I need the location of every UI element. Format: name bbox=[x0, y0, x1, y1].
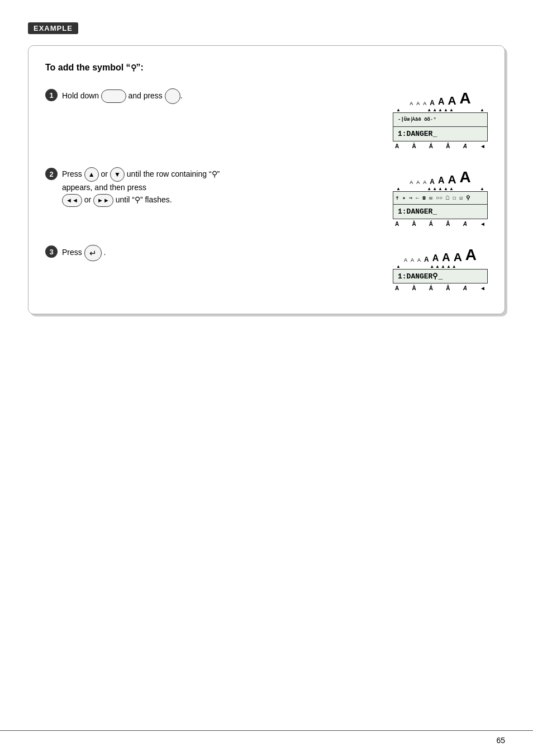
lcd3-text: 1:DANGER⚲_ bbox=[393, 269, 488, 284]
step-2-text-cont: ◄◄ or ►► until “⚲” flashes. bbox=[45, 194, 218, 207]
step2-btn-down[interactable]: ▼ bbox=[110, 167, 125, 182]
step-3-display: A A A A A A AA ▲▲▲▲▲▲ 1:DANGER⚲_ bbox=[393, 245, 488, 291]
step-2: 2 Press ▲ or ▼ until the row containing … bbox=[45, 167, 488, 227]
page-number: 65 bbox=[496, 736, 505, 745]
step3-btn-enter[interactable]: ↵ bbox=[84, 245, 102, 261]
step-3-number: 3 bbox=[45, 245, 58, 258]
step-1-display: A A A A A AA ▲▲▲▲▲▲▲ -|ÜæÀāē ōõ·° 1:DA bbox=[393, 88, 488, 149]
footer-line bbox=[0, 730, 533, 731]
lcd1-screen: -|ÜæÀāē ōõ·° bbox=[393, 112, 488, 127]
lcd2-symbols: ✝ ✦ ⇒ ← ☎ ✉ ○○ ☖ ☐ ☑ ⚲ bbox=[393, 191, 488, 205]
lcd1-text: 1:DANGER_ bbox=[393, 127, 488, 141]
step-3: 3 Press ↵ . A A A A A A AA bbox=[45, 245, 488, 291]
step-1: 1 Hold down and press . A A A A A AA bbox=[45, 88, 488, 149]
step-2-text: Press ▲ or ▼ until the row containing “⚲… bbox=[62, 167, 235, 194]
step1-btn1[interactable] bbox=[101, 89, 126, 103]
step2-btn-skipback[interactable]: ◄◄ bbox=[62, 194, 82, 207]
step-1-number: 1 bbox=[45, 89, 58, 101]
lcd3-chars: AÀÁÂA◄ bbox=[393, 285, 488, 291]
box-title: To add the symbol “⚲”: bbox=[45, 63, 488, 73]
step-3-text: Press ↵ . bbox=[62, 245, 106, 261]
lcd2-chars: AÀÁÂA◄ bbox=[393, 221, 488, 227]
step-2-number: 2 bbox=[45, 168, 58, 180]
step2-btn-skipfwd[interactable]: ►► bbox=[93, 194, 113, 207]
main-box: To add the symbol “⚲”: 1 Hold down and p… bbox=[28, 45, 505, 314]
step1-btn2[interactable] bbox=[165, 88, 180, 104]
example-badge: EXAMPLE bbox=[28, 22, 505, 45]
step-2-display: A A A A A AA ▲▲▲▲▲▲▲ ✝ ✦ ⇒ ← ☎ ✉ ○○ ☖ ☐ … bbox=[393, 167, 488, 227]
step2-btn-up[interactable]: ▲ bbox=[84, 167, 99, 182]
step-1-text: Hold down and press . bbox=[62, 88, 183, 104]
lcd2-text: 1:DANGER_ bbox=[393, 205, 488, 219]
lcd1-chars: AÀÁÂA◄ bbox=[393, 143, 488, 149]
